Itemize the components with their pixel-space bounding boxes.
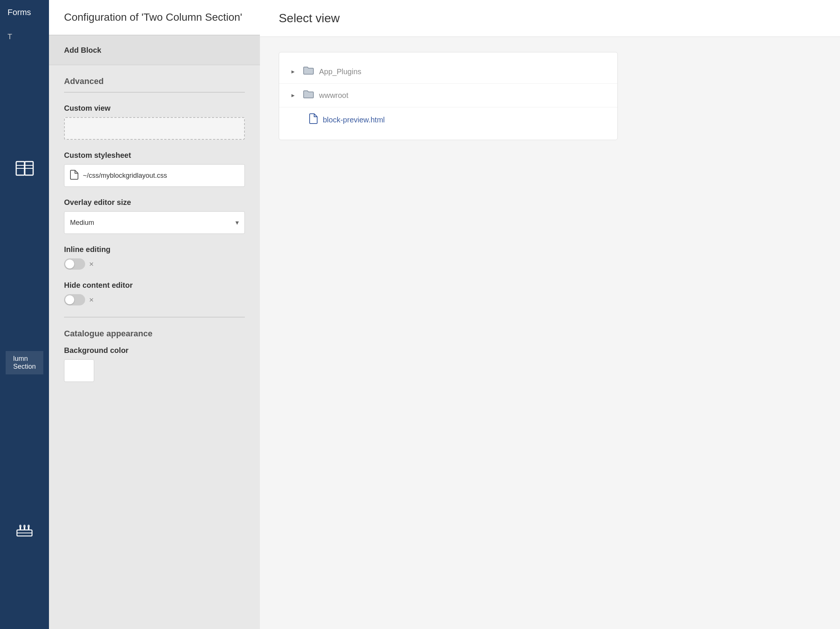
tree-item-wwwroot[interactable]: ► wwwroot [279,84,617,107]
inline-editing-group: Inline editing ✕ [64,245,245,270]
hide-content-editor-group: Hide content editor ✕ [64,281,245,306]
custom-view-input[interactable] [64,117,245,140]
svg-point-12 [19,525,22,528]
column-section-sidebar-label[interactable]: lumn Section [6,351,43,374]
toggle-thumb [65,260,74,268]
tree-item-app-plugins[interactable]: ► App_Plugins [279,60,617,83]
custom-stylesheet-label: Custom stylesheet [64,151,245,160]
add-block-area[interactable]: Add Block [49,35,260,65]
config-body: Advanced Custom view Custom stylesheet ~… [49,65,260,629]
folder-icon-app-plugins [303,66,314,77]
inline-editing-toggle-row: ✕ [64,259,245,270]
file-doc-icon-block-preview [309,114,317,126]
custom-view-group: Custom view [64,104,245,140]
inline-editing-label: Inline editing [64,245,245,254]
book-icon[interactable] [14,159,35,183]
overlay-editor-size-select[interactable]: Medium ▾ [64,211,245,234]
add-block-label[interactable]: Add Block [64,46,101,55]
config-panel: Configuration of 'Two Column Section' Ad… [49,0,260,629]
sidebar: Forms T lumn Section [0,0,49,629]
overlay-editor-size-value: Medium [70,219,94,227]
select-view-header: Select view [260,0,840,37]
background-color-picker[interactable] [64,359,94,382]
overlay-editor-size-group: Overlay editor size Medium ▾ [64,198,245,234]
hide-content-editor-toggle[interactable] [64,294,85,306]
sidebar-tab-label[interactable]: T [0,32,12,41]
stylesheet-path-text: ~/css/myblockgridlayout.css [83,172,167,180]
config-header: Configuration of 'Two Column Section' [49,0,260,35]
file-tree-container: ► App_Plugins ► wwwroot [279,52,618,140]
folder-icon-wwwroot [303,90,314,101]
toggle-thumb-2 [65,295,74,304]
background-color-label: Background color [64,346,245,355]
block-preview-label: block-preview.html [323,116,385,124]
select-view-title: Select view [279,11,340,25]
select-view-body: ► App_Plugins ► wwwroot [260,37,840,629]
chevron-down-icon: ▾ [235,218,239,227]
overlay-editor-size-label: Overlay editor size [64,198,245,207]
custom-stylesheet-group: Custom stylesheet ~/css/myblockgridlayou… [64,151,245,187]
tree-item-block-preview[interactable]: block-preview.html [279,107,617,132]
custom-stylesheet-input[interactable]: ~/css/myblockgridlayout.css [64,164,245,187]
wwwroot-label: wwwroot [319,91,349,100]
custom-view-label: Custom view [64,104,245,113]
chevron-right-icon-app-plugins: ► [291,69,298,74]
background-color-group: Background color [64,346,245,382]
sidebar-forms-label[interactable]: Forms [0,8,31,17]
hide-content-editor-toggle-row: ✕ [64,294,245,306]
config-panel-title: Configuration of 'Two Column Section' [64,11,242,23]
advanced-section-label: Advanced [64,76,245,93]
inline-editing-toggle[interactable] [64,259,85,270]
svg-point-13 [23,525,25,528]
svg-point-14 [27,525,30,528]
hide-content-editor-label: Hide content editor [64,281,245,290]
chevron-right-icon-wwwroot: ► [291,92,298,98]
catalogue-appearance-label: Catalogue appearance [64,329,245,339]
toggle-x-icon-2: ✕ [89,296,94,304]
section-separator [64,317,245,317]
cake-icon[interactable] [15,519,34,542]
select-view-panel: Select view ► App_Plugins ► [260,0,840,629]
app-plugins-label: App_Plugins [319,68,361,76]
toggle-x-icon: ✕ [89,261,94,268]
stylesheet-file-icon [70,170,78,181]
